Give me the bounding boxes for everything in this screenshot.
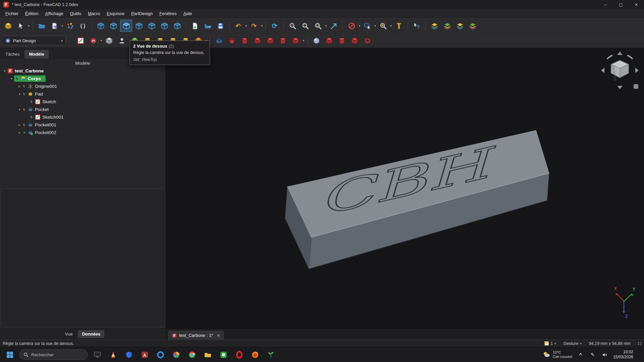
view-front-button[interactable]: [107, 20, 119, 32]
maximize-button[interactable]: ▢: [613, 0, 629, 9]
export-button[interactable]: ▾: [48, 20, 63, 32]
expander-icon[interactable]: ▾: [17, 108, 22, 111]
dropdown-arrow-icon[interactable]: ▾: [390, 24, 392, 27]
menu-esquisse[interactable]: Esquisse: [103, 9, 128, 18]
dropdown-arrow-icon[interactable]: ▾: [61, 24, 63, 27]
plant-app-icon[interactable]: [264, 348, 277, 361]
dropdown-arrow-icon[interactable]: ▾: [261, 24, 263, 27]
dropdown-arrow-icon[interactable]: ▾: [303, 39, 304, 42]
workbench-selector[interactable]: Part Design ▾: [2, 36, 66, 45]
weather-widget[interactable]: 10°C Ciel couvert: [542, 350, 572, 359]
tree-item-origine001[interactable]: ▸ Origine001: [0, 82, 165, 90]
open-document-button[interactable]: [202, 20, 214, 32]
dropdown-arrow-icon[interactable]: ▾: [325, 24, 327, 27]
pen-icon[interactable]: ✎: [589, 350, 596, 359]
app-blue-ring-icon[interactable]: [154, 348, 167, 361]
appearance-button[interactable]: [64, 20, 76, 32]
tab-vue[interactable]: Vue: [61, 330, 77, 338]
menu-macro[interactable]: Macro: [85, 9, 103, 18]
dropdown-arrow-icon[interactable]: ▾: [245, 24, 247, 27]
shell-button[interactable]: [361, 35, 373, 47]
view-bottom-button[interactable]: [158, 20, 170, 32]
fit-all-button[interactable]: [299, 20, 311, 32]
groove-button[interactable]: [238, 35, 251, 47]
color-app-icon[interactable]: [170, 348, 182, 361]
clock-widget[interactable]: 10:02 15/03/2026: [613, 350, 635, 360]
navcube-rotate-cw[interactable]: [627, 55, 633, 59]
expander-icon[interactable]: ▾: [9, 77, 14, 80]
search-input[interactable]: [31, 352, 84, 357]
view-right-button[interactable]: [133, 20, 145, 32]
box-selection-button[interactable]: ▾: [361, 20, 376, 32]
tree-item-sketch[interactable]: Sketch: [0, 98, 165, 106]
undo-button[interactable]: ↶▾: [232, 20, 247, 32]
security-app-icon[interactable]: [122, 348, 135, 361]
navcube-arrow-right[interactable]: [635, 68, 639, 73]
3d-viewport[interactable]: CBH GAUCHE: [166, 48, 644, 340]
navcube-arrow-down[interactable]: [617, 86, 623, 89]
layers-3-button[interactable]: [454, 20, 466, 32]
refresh-button[interactable]: ⟳: [269, 20, 281, 32]
part-workbench-button[interactable]: [2, 20, 14, 32]
expander-icon[interactable]: ▾: [2, 69, 7, 73]
tab-modele[interactable]: Modèle: [24, 50, 49, 59]
subtractive-loft-button[interactable]: [251, 35, 263, 47]
find-object-button[interactable]: ▾: [377, 20, 392, 32]
tab-taches[interactable]: Tâches: [1, 50, 24, 59]
clipping-plane-button[interactable]: ▾: [345, 20, 361, 32]
open-file-button[interactable]: [36, 20, 48, 32]
tree-item-pad[interactable]: ▾ Pad: [0, 90, 165, 98]
taskbar-search[interactable]: [19, 349, 88, 360]
menu-fenetres[interactable]: Fenêtres: [156, 9, 180, 18]
navcube-arrow-left[interactable]: [601, 68, 604, 73]
menu-aide[interactable]: Aide: [180, 9, 196, 18]
navcube-corner-widget[interactable]: [634, 84, 638, 89]
opera-icon[interactable]: [233, 348, 246, 361]
macro-editor-button[interactable]: { }: [77, 20, 89, 32]
view-rear-button[interactable]: [146, 20, 158, 32]
app-red-icon[interactable]: A: [138, 348, 151, 361]
dropdown-arrow-icon[interactable]: ▾: [359, 24, 360, 27]
snipping-tool-icon[interactable]: [91, 348, 104, 361]
expander-icon[interactable]: ▾: [17, 92, 22, 96]
tree-item-pocket002[interactable]: ▸ Pocket002: [0, 129, 165, 136]
zoom-in-button[interactable]: [286, 20, 299, 32]
close-button[interactable]: ✕: [629, 0, 644, 9]
create-body-button[interactable]: [103, 35, 115, 47]
layers-4-button[interactable]: [467, 20, 479, 32]
zoom-selection-button[interactable]: ▾: [312, 20, 327, 32]
menu-partdesign[interactable]: PartDesign: [128, 9, 156, 18]
tree-item-corps[interactable]: ▾ Corps: [0, 75, 165, 82]
navcube-rotate-ccw[interactable]: [607, 55, 612, 59]
3d-model[interactable]: CBH: [166, 48, 644, 329]
chamfer-button[interactable]: [323, 35, 335, 47]
new-document-button[interactable]: [189, 20, 201, 32]
pocket-button[interactable]: [213, 35, 225, 47]
subtractive-helix-button[interactable]: [277, 35, 289, 47]
app-green-icon[interactable]: [217, 348, 230, 361]
redo-button[interactable]: ↷▾: [248, 20, 263, 32]
view-left-button[interactable]: [171, 20, 183, 32]
layers-1-button[interactable]: [428, 20, 440, 32]
dropdown-arrow-icon[interactable]: ▾: [100, 39, 102, 42]
whats-this-button[interactable]: ?: [411, 20, 423, 32]
create-sketch-button[interactable]: [74, 35, 87, 47]
navcube-arrow-up[interactable]: [617, 52, 623, 55]
file-explorer-icon[interactable]: [201, 348, 214, 361]
selection-mode-button[interactable]: ▾: [15, 20, 30, 32]
menu-affichage[interactable]: Affichage: [42, 9, 67, 18]
firefox-icon[interactable]: [249, 348, 261, 361]
subtractive-pipe-button[interactable]: [264, 35, 276, 47]
dropdown-arrow-icon[interactable]: ▾: [374, 24, 376, 27]
hole-button[interactable]: [226, 35, 238, 47]
datum-button[interactable]: [116, 35, 128, 47]
chrome-icon[interactable]: [185, 348, 198, 361]
dropdown-arrow-icon[interactable]: ▾: [28, 24, 30, 27]
start-button[interactable]: [3, 348, 16, 361]
fillet-button[interactable]: [310, 35, 322, 47]
navigation-style-selector[interactable]: Gesture ▾: [564, 341, 582, 346]
tree-item-sketch001[interactable]: Sketch001: [0, 113, 165, 121]
vlc-icon[interactable]: [107, 348, 119, 361]
document-tab[interactable]: test_Carbone : 1* ✕: [168, 331, 224, 340]
tree-item-pocket[interactable]: ▾ Pocket: [0, 106, 165, 113]
